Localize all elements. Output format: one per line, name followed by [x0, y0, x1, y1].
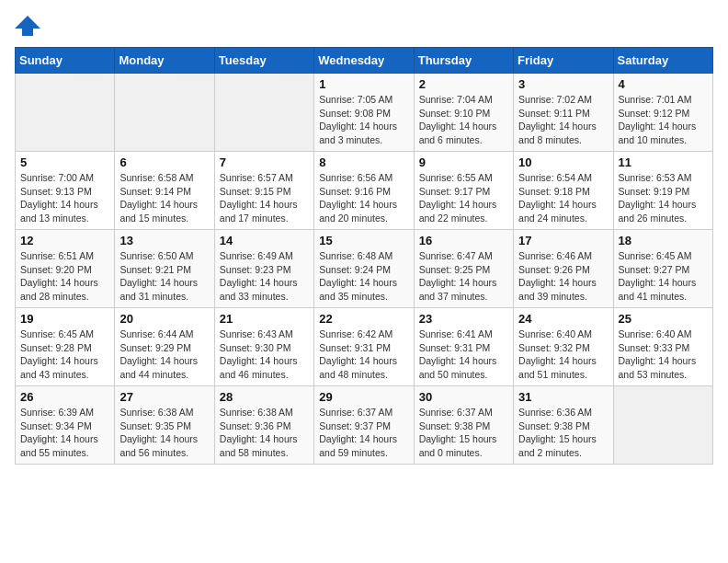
calendar-cell: 6 Sunrise: 6:58 AMSunset: 9:14 PMDayligh…	[115, 152, 214, 230]
day-info: Sunrise: 6:40 AMSunset: 9:33 PMDaylight:…	[619, 327, 708, 382]
calendar-cell: 14 Sunrise: 6:49 AMSunset: 9:23 PMDaylig…	[214, 230, 313, 308]
day-number: 14	[220, 234, 309, 247]
calendar-cell: 17 Sunrise: 6:46 AMSunset: 9:26 PMDaylig…	[514, 230, 613, 308]
day-info: Sunrise: 7:00 AMSunset: 9:13 PMDaylight:…	[20, 171, 109, 225]
weekday-friday: Friday	[514, 48, 613, 74]
day-info: Sunrise: 6:37 AMSunset: 9:38 PMDaylight:…	[419, 406, 508, 460]
day-info: Sunrise: 6:58 AMSunset: 9:14 PMDaylight:…	[119, 171, 209, 225]
calendar-cell: 3 Sunrise: 7:02 AMSunset: 9:11 PMDayligh…	[514, 74, 613, 152]
day-number: 30	[419, 390, 508, 404]
calendar-cell: 18 Sunrise: 6:45 AMSunset: 9:27 PMDaylig…	[613, 230, 712, 308]
logo-icon	[15, 16, 40, 36]
day-number: 16	[419, 234, 508, 247]
calendar-table: SundayMondayTuesdayWednesdayThursdayFrid…	[15, 47, 713, 465]
calendar-cell: 15 Sunrise: 6:48 AMSunset: 9:24 PMDaylig…	[314, 230, 414, 308]
day-number: 9	[419, 155, 508, 169]
day-info: Sunrise: 6:38 AMSunset: 9:35 PMDaylight:…	[119, 406, 209, 460]
weekday-wednesday: Wednesday	[314, 48, 414, 74]
day-number: 29	[319, 390, 408, 404]
calendar-cell	[214, 74, 313, 152]
calendar-cell: 13 Sunrise: 6:50 AMSunset: 9:21 PMDaylig…	[115, 230, 214, 308]
day-number: 26	[20, 390, 109, 404]
day-info: Sunrise: 6:40 AMSunset: 9:32 PMDaylight:…	[518, 327, 608, 382]
weekday-saturday: Saturday	[613, 48, 712, 74]
day-number: 7	[220, 155, 309, 169]
day-number: 28	[220, 390, 309, 404]
day-number: 4	[619, 77, 708, 91]
weekday-monday: Monday	[115, 48, 214, 74]
week-row-1: 1 Sunrise: 7:05 AMSunset: 9:08 PMDayligh…	[16, 74, 713, 152]
day-number: 22	[319, 312, 408, 326]
day-info: Sunrise: 7:05 AMSunset: 9:08 PMDaylight:…	[319, 93, 408, 147]
day-info: Sunrise: 6:37 AMSunset: 9:37 PMDaylight:…	[319, 406, 408, 460]
weekday-header-row: SundayMondayTuesdayWednesdayThursdayFrid…	[16, 48, 713, 74]
week-row-3: 12 Sunrise: 6:51 AMSunset: 9:20 PMDaylig…	[16, 230, 713, 308]
calendar-cell: 7 Sunrise: 6:57 AMSunset: 9:15 PMDayligh…	[214, 152, 313, 230]
calendar-cell: 23 Sunrise: 6:41 AMSunset: 9:31 PMDaylig…	[414, 308, 513, 386]
day-info: Sunrise: 6:54 AMSunset: 9:18 PMDaylight:…	[518, 171, 608, 225]
day-number: 17	[518, 234, 608, 247]
day-info: Sunrise: 7:04 AMSunset: 9:10 PMDaylight:…	[419, 93, 508, 147]
calendar-cell: 16 Sunrise: 6:47 AMSunset: 9:25 PMDaylig…	[414, 230, 513, 308]
day-info: Sunrise: 6:38 AMSunset: 9:36 PMDaylight:…	[220, 406, 309, 460]
weekday-sunday: Sunday	[16, 48, 115, 74]
day-number: 1	[319, 77, 408, 91]
day-info: Sunrise: 6:55 AMSunset: 9:17 PMDaylight:…	[419, 171, 508, 225]
day-info: Sunrise: 6:53 AMSunset: 9:19 PMDaylight:…	[619, 171, 708, 225]
calendar-cell	[115, 74, 214, 152]
calendar-cell: 26 Sunrise: 6:39 AMSunset: 9:34 PMDaylig…	[16, 386, 115, 465]
day-info: Sunrise: 6:50 AMSunset: 9:21 PMDaylight:…	[119, 249, 209, 304]
calendar-cell: 9 Sunrise: 6:55 AMSunset: 9:17 PMDayligh…	[414, 152, 513, 230]
day-info: Sunrise: 6:39 AMSunset: 9:34 PMDaylight:…	[20, 406, 109, 460]
calendar-cell: 28 Sunrise: 6:38 AMSunset: 9:36 PMDaylig…	[214, 386, 313, 465]
calendar-cell: 24 Sunrise: 6:40 AMSunset: 9:32 PMDaylig…	[514, 308, 613, 386]
calendar-cell: 10 Sunrise: 6:54 AMSunset: 9:18 PMDaylig…	[514, 152, 613, 230]
calendar-cell: 29 Sunrise: 6:37 AMSunset: 9:37 PMDaylig…	[314, 386, 414, 465]
day-number: 19	[20, 312, 109, 326]
calendar-cell: 25 Sunrise: 6:40 AMSunset: 9:33 PMDaylig…	[613, 308, 712, 386]
day-number: 13	[119, 234, 209, 247]
calendar-cell: 27 Sunrise: 6:38 AMSunset: 9:35 PMDaylig…	[115, 386, 214, 465]
calendar-cell: 11 Sunrise: 6:53 AMSunset: 9:19 PMDaylig…	[613, 152, 712, 230]
day-info: Sunrise: 6:48 AMSunset: 9:24 PMDaylight:…	[319, 249, 408, 304]
calendar-body: 1 Sunrise: 7:05 AMSunset: 9:08 PMDayligh…	[16, 74, 713, 465]
calendar-cell: 21 Sunrise: 6:43 AMSunset: 9:30 PMDaylig…	[214, 308, 313, 386]
calendar-cell: 2 Sunrise: 7:04 AMSunset: 9:10 PMDayligh…	[414, 74, 513, 152]
day-info: Sunrise: 6:47 AMSunset: 9:25 PMDaylight:…	[419, 249, 508, 304]
page-header	[15, 15, 713, 36]
calendar-cell: 4 Sunrise: 7:01 AMSunset: 9:12 PMDayligh…	[613, 74, 712, 152]
day-info: Sunrise: 6:45 AMSunset: 9:27 PMDaylight:…	[619, 249, 708, 304]
day-info: Sunrise: 7:01 AMSunset: 9:12 PMDaylight:…	[619, 93, 708, 147]
day-number: 24	[518, 312, 608, 326]
calendar-cell: 30 Sunrise: 6:37 AMSunset: 9:38 PMDaylig…	[414, 386, 513, 465]
day-info: Sunrise: 6:42 AMSunset: 9:31 PMDaylight:…	[319, 327, 408, 382]
day-number: 15	[319, 234, 408, 247]
week-row-4: 19 Sunrise: 6:45 AMSunset: 9:28 PMDaylig…	[16, 308, 713, 386]
day-number: 11	[619, 155, 708, 169]
calendar-cell: 1 Sunrise: 7:05 AMSunset: 9:08 PMDayligh…	[314, 74, 414, 152]
day-number: 31	[518, 390, 608, 404]
calendar-cell: 12 Sunrise: 6:51 AMSunset: 9:20 PMDaylig…	[16, 230, 115, 308]
day-number: 12	[20, 234, 109, 247]
day-number: 21	[220, 312, 309, 326]
day-info: Sunrise: 6:56 AMSunset: 9:16 PMDaylight:…	[319, 171, 408, 225]
weekday-tuesday: Tuesday	[214, 48, 313, 74]
weekday-thursday: Thursday	[414, 48, 513, 74]
day-info: Sunrise: 7:02 AMSunset: 9:11 PMDaylight:…	[518, 93, 608, 147]
calendar-cell: 19 Sunrise: 6:45 AMSunset: 9:28 PMDaylig…	[16, 308, 115, 386]
calendar-cell: 5 Sunrise: 7:00 AMSunset: 9:13 PMDayligh…	[16, 152, 115, 230]
day-info: Sunrise: 6:46 AMSunset: 9:26 PMDaylight:…	[518, 249, 608, 304]
day-number: 27	[119, 390, 209, 404]
day-info: Sunrise: 6:44 AMSunset: 9:29 PMDaylight:…	[119, 327, 209, 382]
day-info: Sunrise: 6:45 AMSunset: 9:28 PMDaylight:…	[20, 327, 109, 382]
calendar-cell: 31 Sunrise: 6:36 AMSunset: 9:38 PMDaylig…	[514, 386, 613, 465]
day-number: 3	[518, 77, 608, 91]
week-row-2: 5 Sunrise: 7:00 AMSunset: 9:13 PMDayligh…	[16, 152, 713, 230]
day-number: 2	[419, 77, 508, 91]
calendar-cell	[16, 74, 115, 152]
svg-marker-0	[15, 16, 40, 36]
day-info: Sunrise: 6:43 AMSunset: 9:30 PMDaylight:…	[220, 327, 309, 382]
day-info: Sunrise: 6:36 AMSunset: 9:38 PMDaylight:…	[518, 406, 608, 460]
calendar-cell: 20 Sunrise: 6:44 AMSunset: 9:29 PMDaylig…	[115, 308, 214, 386]
day-number: 6	[119, 155, 209, 169]
